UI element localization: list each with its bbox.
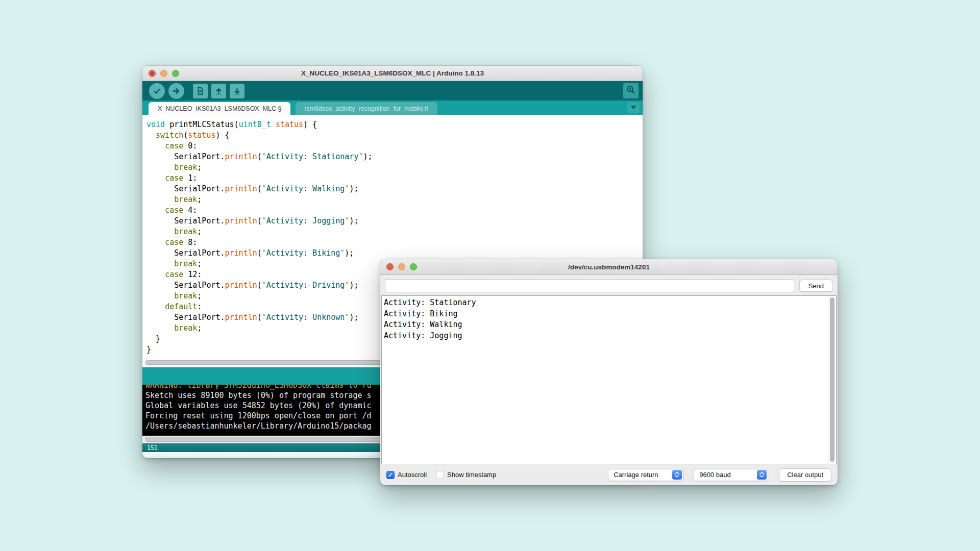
serial-output-panel: Activity: StationaryActivity: BikingActi… xyxy=(381,295,837,464)
code-line: SerialPort.println("Activity: Stationary… xyxy=(146,152,643,162)
show-timestamp-label: Show timestamp xyxy=(447,471,496,479)
open-icon xyxy=(214,87,223,95)
serial-monitor-button[interactable] xyxy=(623,83,639,98)
arduino-window-title: X_NUCLEO_IKS01A3_LSM6DSOX_MLC | Arduino … xyxy=(301,69,484,77)
autoscroll-label: Autoscroll xyxy=(398,471,427,479)
code-line: break; xyxy=(146,227,643,237)
serial-minimize-button[interactable] xyxy=(398,263,405,270)
code-line: break; xyxy=(146,194,643,205)
line-ending-select[interactable]: Carriage return xyxy=(608,469,683,481)
zoom-button[interactable] xyxy=(172,70,179,77)
baud-rate-value: 9600 baud xyxy=(699,471,752,479)
open-button[interactable] xyxy=(211,84,226,98)
serial-output-line: Activity: Biking xyxy=(384,309,827,320)
chevron-down-icon xyxy=(630,106,636,109)
code-line: SerialPort.println("Activity: Jogging"); xyxy=(146,216,643,227)
autoscroll-checkbox[interactable]: ✓ Autoscroll xyxy=(386,471,427,479)
ide-toolbar xyxy=(142,81,643,101)
line-ending-value: Carriage return xyxy=(614,471,667,479)
traffic-lights xyxy=(149,66,179,81)
serial-close-button[interactable] xyxy=(386,263,394,270)
serial-output-line: Activity: Stationary xyxy=(384,297,827,309)
close-button[interactable] xyxy=(149,70,156,77)
code-line: switch(status) { xyxy=(146,130,643,141)
serial-traffic-lights xyxy=(386,259,417,274)
serial-send-input[interactable] xyxy=(385,279,794,292)
serial-vscroll-thumb[interactable] xyxy=(830,297,835,462)
unsaved-dot-icon xyxy=(151,72,153,74)
serial-output-line: Activity: Walking xyxy=(384,319,827,331)
baud-rate-select[interactable]: 9600 baud xyxy=(694,469,768,481)
code-line: void printMLCStatus(uint8_t status) { xyxy=(146,119,643,130)
code-line: case 1: xyxy=(146,173,643,184)
stepper-icon xyxy=(757,470,767,480)
serial-output: Activity: StationaryActivity: BikingActi… xyxy=(382,296,836,341)
send-row: Send xyxy=(385,279,833,292)
tab-strip: X_NUCLEO_IKS01A3_LSM6DSOX_MLC § lsm6dsox… xyxy=(142,101,643,115)
minimize-button[interactable] xyxy=(160,70,167,77)
save-button[interactable] xyxy=(230,84,244,98)
checkbox-unchecked-icon xyxy=(436,471,444,479)
code-line: SerialPort.println("Activity: Walking"); xyxy=(146,184,643,194)
serial-zoom-button[interactable] xyxy=(410,263,417,270)
save-icon xyxy=(233,87,241,95)
serial-titlebar[interactable]: /dev/cu.usbmodem14201 xyxy=(380,259,838,275)
serial-controls-bar: ✓ Autoscroll Show timestamp Carriage ret… xyxy=(380,464,838,485)
serial-window-title: /dev/cu.usbmodem14201 xyxy=(568,263,650,271)
code-line: case 4: xyxy=(146,205,643,216)
verify-icon xyxy=(153,87,161,95)
clear-output-button[interactable]: Clear output xyxy=(779,468,831,482)
tab-header-file[interactable]: lsm6dsox_activity_recognition_for_mobile… xyxy=(296,102,437,115)
upload-icon xyxy=(172,87,181,95)
show-timestamp-checkbox[interactable]: Show timestamp xyxy=(436,471,496,479)
code-line: case 8: xyxy=(146,237,643,248)
code-line: case 0: xyxy=(146,141,643,152)
send-button[interactable]: Send xyxy=(799,280,833,292)
cursor-line-number: 151 xyxy=(147,444,158,452)
verify-button[interactable] xyxy=(149,83,165,99)
upload-button[interactable] xyxy=(168,83,184,99)
serial-monitor-icon xyxy=(626,85,636,97)
stepper-icon xyxy=(672,470,682,480)
serial-output-line: Activity: Jogging xyxy=(384,331,827,342)
code-line: break; xyxy=(146,162,643,173)
tab-main-sketch[interactable]: X_NUCLEO_IKS01A3_LSM6DSOX_MLC § xyxy=(149,102,290,115)
arduino-titlebar[interactable]: X_NUCLEO_IKS01A3_LSM6DSOX_MLC | Arduino … xyxy=(142,66,643,81)
new-sketch-icon xyxy=(196,87,205,95)
checkbox-checked-icon: ✓ xyxy=(386,471,395,479)
serial-monitor-window: /dev/cu.usbmodem14201 Send Activity: Sta… xyxy=(380,259,838,485)
tab-menu-button[interactable] xyxy=(627,102,640,113)
code-line: SerialPort.println("Activity: Biking"); xyxy=(146,248,643,259)
new-sketch-button[interactable] xyxy=(193,84,208,98)
serial-vertical-scrollbar[interactable] xyxy=(828,296,836,464)
